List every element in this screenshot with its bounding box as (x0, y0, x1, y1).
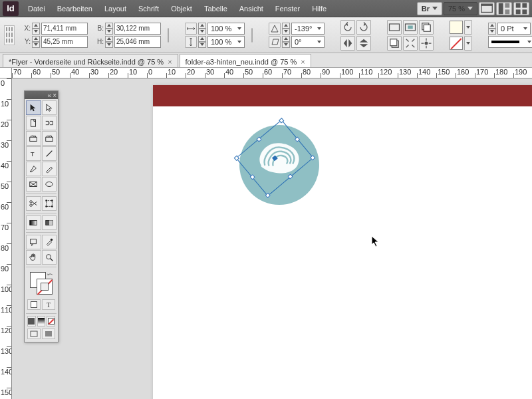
reference-point[interactable] (4, 25, 15, 45)
scaley-field[interactable]: 100 % (207, 36, 245, 48)
menu-bearbeiten[interactable]: Bearbeiten (52, 2, 98, 15)
menu-hilfe[interactable]: Hilfe (307, 2, 332, 15)
rectangle-frame-tool[interactable] (26, 177, 41, 192)
ruler-horizontal[interactable]: 7060504030201001020304050607080901001101… (12, 68, 532, 78)
content-collector-tool[interactable] (26, 131, 41, 146)
rotate-ccw-icon[interactable] (340, 20, 355, 35)
close-icon[interactable]: × (168, 58, 172, 66)
select-content-icon[interactable] (403, 20, 418, 35)
stroke-weight-field[interactable]: 0 Pt (497, 23, 531, 35)
menu-ansicht[interactable]: Ansicht (234, 2, 269, 15)
stroke-drop-icon[interactable] (464, 36, 472, 51)
direct-selection-tool[interactable] (42, 100, 57, 115)
canvas[interactable]: «× T (12, 78, 532, 399)
tools-panel-header[interactable]: «× (25, 91, 58, 99)
rot-step-down[interactable] (282, 29, 290, 35)
view-mode-normal[interactable] (27, 329, 41, 339)
menu-fenster[interactable]: Fenster (270, 2, 305, 15)
select-prev-icon[interactable] (419, 20, 434, 35)
formatting-text-button[interactable]: T (42, 299, 55, 310)
flip-h-icon[interactable] (340, 36, 355, 51)
ruler-vertical[interactable]: 0102030405060708090100110120130140150 (0, 78, 12, 399)
hand-tool[interactable] (26, 250, 41, 265)
stroke-swatch[interactable] (450, 37, 463, 50)
x-step-down[interactable] (32, 29, 40, 35)
pencil-tool[interactable] (42, 162, 57, 176)
menu-schrift[interactable]: Schrift (133, 2, 164, 15)
y-step-up[interactable] (32, 36, 40, 42)
sy-step-down[interactable] (198, 42, 206, 48)
bridge-button[interactable]: Br (417, 2, 442, 15)
rot-step-up[interactable] (282, 23, 290, 29)
ruler-origin[interactable] (0, 68, 12, 78)
y-step-down[interactable] (32, 42, 40, 48)
h-field[interactable] (114, 36, 161, 48)
stroke-style-field[interactable] (488, 36, 532, 48)
fill-drop-icon[interactable] (464, 20, 472, 35)
constrain-wh-icon[interactable] (168, 28, 169, 43)
zoom-tool[interactable] (42, 250, 57, 265)
arrange-button[interactable] (496, 2, 512, 15)
select-container-icon[interactable] (387, 20, 402, 35)
close-icon[interactable]: × (301, 58, 305, 66)
y-field[interactable] (41, 36, 88, 48)
apply-solid-button[interactable] (27, 316, 36, 327)
w-step-up[interactable] (105, 23, 113, 29)
menu-tabelle[interactable]: Tabelle (199, 2, 233, 15)
apply-gradient-button[interactable] (37, 316, 46, 327)
rotate-cw-icon[interactable] (356, 20, 371, 35)
gradient-feather-tool[interactable] (42, 215, 57, 230)
sx-step-down[interactable] (198, 29, 206, 35)
select-next-icon[interactable] (387, 36, 402, 51)
gap-tool[interactable] (42, 116, 57, 130)
shr-step-down[interactable] (282, 42, 290, 48)
gradient-swatch-tool[interactable] (26, 215, 41, 230)
constrain-scale-icon[interactable] (251, 28, 253, 43)
page-tool[interactable] (26, 116, 41, 130)
x-field[interactable] (41, 23, 88, 35)
scalex-field[interactable]: 100 % (207, 23, 245, 35)
rotate-field[interactable]: -139° (291, 23, 325, 35)
center-content-icon[interactable] (419, 36, 434, 51)
h-step-up[interactable] (105, 36, 113, 42)
stroke-proxy[interactable] (37, 279, 53, 295)
fill-swatch[interactable] (450, 21, 463, 34)
pen-tool[interactable] (26, 162, 41, 176)
menu-objekt[interactable]: Objekt (166, 2, 198, 15)
doc-tab-flyer[interactable]: *Flyer - Vorderseite und Rückseite.indd … (3, 54, 178, 67)
apply-color-button[interactable] (27, 299, 41, 310)
x-step-up[interactable] (32, 23, 40, 29)
view-mode-preview[interactable] (42, 329, 55, 339)
sx-step-up[interactable] (198, 23, 206, 29)
w-step-down[interactable] (105, 29, 113, 35)
menu-datei[interactable]: Datei (23, 2, 51, 15)
h-step-down[interactable] (105, 42, 113, 48)
line-tool[interactable] (42, 146, 57, 161)
ellipse-tool[interactable] (42, 177, 57, 192)
sy-step-up[interactable] (198, 36, 206, 42)
scissors-tool[interactable] (26, 196, 41, 211)
shr-step-up[interactable] (282, 36, 290, 42)
eyedropper-tool[interactable] (42, 235, 57, 249)
apply-none-button[interactable] (47, 316, 55, 327)
content-placer-tool[interactable] (42, 131, 57, 146)
tools-panel[interactable]: «× T (24, 90, 59, 342)
strokew-up[interactable] (488, 23, 496, 29)
type-tool[interactable]: T (26, 146, 41, 161)
shear-field[interactable]: 0° (291, 36, 325, 48)
fill-stroke-proxy[interactable]: ⤺ (27, 271, 55, 297)
selection-tool[interactable] (26, 100, 41, 115)
page[interactable] (153, 85, 532, 399)
w-field[interactable] (114, 23, 161, 35)
screen-mode-button[interactable] (479, 2, 495, 15)
note-tool[interactable] (26, 235, 41, 249)
free-transform-tool[interactable] (42, 196, 57, 211)
swap-fill-stroke-icon[interactable]: ⤺ (47, 271, 53, 278)
strokew-down[interactable] (488, 29, 496, 35)
zoom-dropdown[interactable]: 75 % (444, 2, 477, 15)
fit-content-icon[interactable] (403, 36, 418, 51)
doc-tab-folder[interactable]: folder-a3-hinten_neu.indd @ 75 %× (180, 54, 311, 67)
flip-v-icon[interactable] (356, 36, 371, 51)
menu-layout[interactable]: Layout (99, 2, 132, 15)
workspace-button[interactable] (513, 2, 529, 15)
